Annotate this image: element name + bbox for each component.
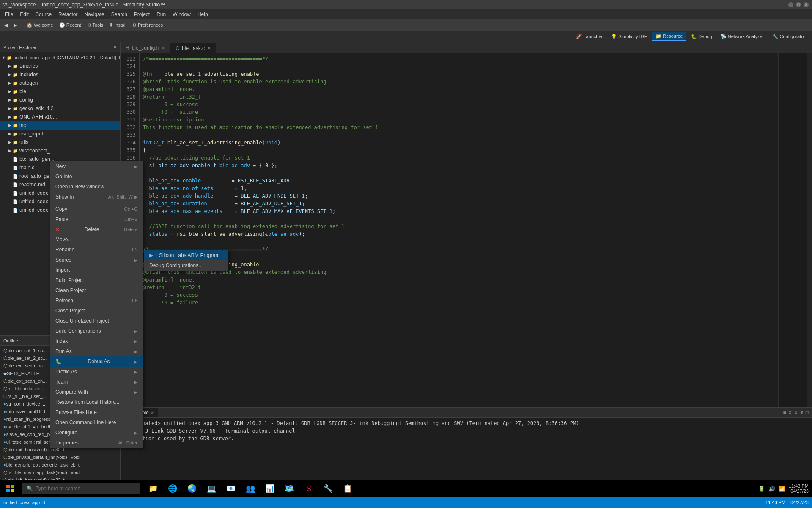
minimize-button[interactable]: ─ bbox=[788, 2, 793, 7]
taskbar-file-explorer[interactable]: 📁 bbox=[144, 480, 162, 497]
outline-item[interactable]: ⬡ rsi_ble_main_app_task(void) : void bbox=[0, 469, 120, 476]
console-btn-3[interactable]: ⬇ bbox=[794, 410, 798, 416]
perspective-network-analyzer[interactable]: 📡 Network Analyzer bbox=[717, 33, 768, 41]
ctx-properties[interactable]: Properties Alt+Enter bbox=[50, 438, 143, 448]
taskbar-app-10[interactable]: 📋 bbox=[338, 480, 357, 497]
taskbar-app-6[interactable]: 📊 bbox=[261, 480, 279, 497]
taskbar-chrome[interactable]: 🌏 bbox=[183, 480, 201, 497]
code-content[interactable]: /*=====================================*… bbox=[140, 53, 778, 407]
taskbar-teams[interactable]: 👥 bbox=[241, 480, 260, 497]
menu-search[interactable]: Search bbox=[108, 11, 131, 18]
tree-gecko-sdk[interactable]: ▶ 📁 gecko_sdk_4.2 bbox=[0, 104, 120, 113]
perspective-debug[interactable]: 🐛 Debug bbox=[688, 33, 715, 41]
ctx-new[interactable]: New ▶ bbox=[50, 161, 143, 171]
ctx-import[interactable]: Import bbox=[50, 265, 143, 275]
tree-root[interactable]: ▼ 📁 unified_coex_app_3 [GNU ARM v10.2.1 … bbox=[0, 53, 120, 62]
ctx-run-as[interactable]: Run As ▶ bbox=[50, 346, 143, 356]
menu-edit[interactable]: Edit bbox=[16, 11, 32, 18]
search-bar[interactable]: 🔍 bbox=[22, 483, 140, 494]
ctx-copy[interactable]: Copy Ctrl+C bbox=[50, 204, 143, 214]
taskbar-vs-code[interactable]: 💻 bbox=[202, 480, 221, 497]
menu-help[interactable]: Help bbox=[194, 11, 211, 18]
ctx-delete[interactable]: ✕ Delete Delete bbox=[50, 224, 143, 235]
menu-file[interactable]: File bbox=[2, 11, 16, 18]
ctx-rename[interactable]: Rename... F2 bbox=[50, 245, 143, 255]
close-button[interactable]: ✕ bbox=[804, 2, 809, 7]
taskbar-simplicity-studio[interactable]: S bbox=[299, 480, 318, 497]
tree-config[interactable]: ▶ 📁 config bbox=[0, 96, 120, 104]
taskbar-app-9[interactable]: 🔧 bbox=[319, 480, 337, 497]
start-button[interactable] bbox=[0, 480, 20, 497]
submenu-silicon-labs-arm[interactable]: ▶ 1 Silicon Labs ARM Program bbox=[144, 250, 228, 260]
toolbar-tools[interactable]: ⚙ Tools bbox=[85, 22, 106, 29]
tree-utils[interactable]: ▶ 📁 utils bbox=[0, 138, 120, 146]
ctx-source[interactable]: Source ▶ bbox=[50, 255, 143, 265]
ctx-configure[interactable]: Configure ▶ bbox=[50, 428, 143, 438]
taskbar-edge[interactable]: 🌐 bbox=[163, 480, 182, 497]
taskbar-app-7[interactable]: 🗺️ bbox=[280, 480, 299, 497]
ctx-close-project[interactable]: Close Project bbox=[50, 306, 143, 316]
ctx-go-into[interactable]: Go Into bbox=[50, 171, 143, 182]
maximize-button[interactable]: □ bbox=[796, 2, 801, 7]
tray-sound-icon[interactable]: 🔊 bbox=[768, 486, 775, 492]
tab-ble-task-close[interactable]: ✕ bbox=[207, 46, 211, 50]
ctx-compare-with[interactable]: Compare With ▶ bbox=[50, 387, 143, 397]
taskbar-outlook[interactable]: 📧 bbox=[222, 480, 240, 497]
search-input[interactable] bbox=[36, 486, 136, 491]
ctx-refresh[interactable]: Refresh F5 bbox=[50, 295, 143, 306]
ctx-debug-as[interactable]: 🐛 Debug As ▶ bbox=[50, 356, 143, 367]
ctx-open-new-window[interactable]: Open in New Window bbox=[50, 182, 143, 192]
console-btn-5[interactable]: □ bbox=[806, 410, 809, 416]
ctx-open-cmd[interactable]: Open Command Line Here bbox=[50, 417, 143, 428]
ctx-close-unrelated[interactable]: Close Unrelated Project bbox=[50, 316, 143, 326]
ctx-restore-local-history[interactable]: Restore from Local History... bbox=[50, 397, 143, 407]
submenu-debug-configs[interactable]: Debug Configurations... bbox=[144, 260, 228, 271]
menu-source[interactable]: Source bbox=[32, 11, 55, 18]
tree-binaries[interactable]: ▶ 📁 Binaries bbox=[0, 62, 120, 70]
system-clock[interactable]: 11:43 PM 04/27/23 bbox=[789, 483, 809, 494]
console-btn-2[interactable]: ✕ bbox=[788, 410, 792, 416]
tree-gnu-arm[interactable]: ▶ 📁 GNU ARM v10... bbox=[0, 113, 120, 121]
ctx-profile-as[interactable]: Profile As ▶ bbox=[50, 367, 143, 377]
window-controls[interactable]: ─ □ ✕ bbox=[788, 2, 809, 7]
toolbar-forward[interactable]: ▶ bbox=[11, 22, 19, 29]
console-btn-1[interactable]: ■ bbox=[783, 410, 786, 416]
ctx-build-configs[interactable]: Build Configurations ▶ bbox=[50, 326, 143, 336]
perspective-resource[interactable]: 📁 Resource bbox=[652, 32, 686, 41]
tree-includes[interactable]: ▶ 📁 Includes bbox=[0, 70, 120, 79]
menu-refactor[interactable]: Refactor bbox=[55, 11, 81, 18]
ctx-paste[interactable]: Paste Ctrl+V bbox=[50, 214, 143, 224]
tab-ble-task[interactable]: C ble_task.c ✕ bbox=[170, 43, 216, 53]
tab-ble-config[interactable]: H ble_config.h ✕ bbox=[121, 43, 170, 53]
console-btn-4[interactable]: ⬆ bbox=[800, 410, 804, 416]
menu-run[interactable]: Run bbox=[153, 11, 169, 18]
ctx-show-in[interactable]: Show In Alt+Shift+W ▶ bbox=[50, 192, 143, 202]
perspective-launcher[interactable]: 🚀 Launcher bbox=[573, 33, 606, 41]
project-explorer-close[interactable]: ✕ bbox=[113, 44, 117, 50]
toolbar-preferences[interactable]: ⚙ Preferences bbox=[130, 22, 165, 29]
toolbar-back[interactable]: ◀ bbox=[2, 22, 10, 29]
toolbar-welcome[interactable]: 🏠 Welcome bbox=[24, 22, 56, 29]
ctx-team[interactable]: Team ▶ bbox=[50, 377, 143, 387]
ctx-browse-files[interactable]: Browse Files Here bbox=[50, 407, 143, 417]
tray-wifi-icon[interactable]: 📶 bbox=[779, 486, 785, 492]
toolbar-install[interactable]: ⬇ Install bbox=[107, 22, 129, 29]
tree-wiseconnect[interactable]: ▶ 📁 wiseconnect_... bbox=[0, 146, 120, 155]
outline-item[interactable]: ⬡ ble_private_default_init(void) : void bbox=[0, 453, 120, 461]
menu-window[interactable]: Window bbox=[169, 11, 194, 18]
tab-ble-config-close[interactable]: ✕ bbox=[162, 46, 165, 50]
tree-autogen[interactable]: ▶ 📁 autogen bbox=[0, 79, 120, 87]
ctx-clean-project[interactable]: Clean Project bbox=[50, 285, 143, 295]
tree-user-input[interactable]: ▶ 📁 user_input bbox=[0, 130, 120, 138]
ctx-move[interactable]: Move... bbox=[50, 235, 143, 245]
perspective-simplicity-ide[interactable]: 💡 Simplicity IDE bbox=[608, 33, 650, 41]
tree-ble[interactable]: ▶ 📁 ble bbox=[0, 87, 120, 96]
console-close[interactable]: ✕ bbox=[151, 411, 154, 415]
menu-project[interactable]: Project bbox=[131, 11, 153, 18]
editor-scrollbar[interactable] bbox=[807, 53, 812, 407]
outline-item[interactable]: ● ble_generic_cb : generic_task_cb_t bbox=[0, 461, 120, 469]
tray-network-icon[interactable]: 🔋 bbox=[758, 486, 765, 492]
ctx-index[interactable]: Index ▶ bbox=[50, 336, 143, 346]
menu-navigate[interactable]: Navigate bbox=[81, 11, 107, 18]
tree-inc[interactable]: ▶ 📁 inc bbox=[0, 121, 120, 130]
